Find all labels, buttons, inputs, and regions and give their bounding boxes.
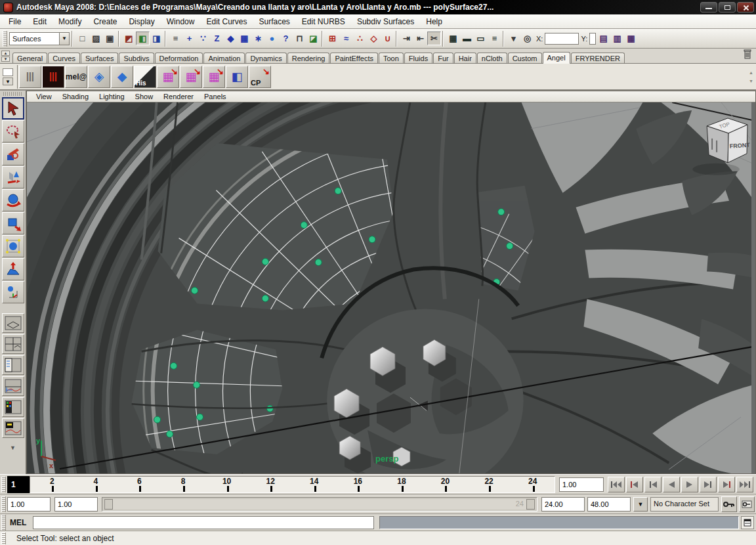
frame-tick[interactable]: 22 xyxy=(467,477,511,492)
mel-script-shelf-icon[interactable]: mel@ xyxy=(65,66,87,88)
panel-menu-item[interactable]: View xyxy=(31,92,57,101)
current-time-input[interactable] xyxy=(559,477,604,492)
shelf-tab[interactable]: Animation xyxy=(203,53,245,63)
shelf-tab[interactable]: Curves xyxy=(48,53,80,63)
save-scene-icon[interactable]: ▣ xyxy=(103,32,117,45)
step-forward-frame-button[interactable] xyxy=(700,477,717,492)
frame-ruler[interactable]: 2 4 6 8 10 12 14 16 18 20 xyxy=(30,476,555,493)
shelf-tab[interactable]: Custom xyxy=(508,53,542,63)
frame-tick[interactable]: 24 xyxy=(511,477,555,492)
select-object-icon[interactable]: ◧ xyxy=(136,32,150,45)
menubar-item[interactable]: Edit NURBS xyxy=(296,15,351,28)
go-to-end-button[interactable] xyxy=(736,477,753,492)
scale-tool-button[interactable] xyxy=(2,212,24,234)
panel-menu-item[interactable]: Shading xyxy=(57,92,94,101)
select-deformations-icon[interactable]: ▦ xyxy=(238,32,251,45)
cp-shelf-icon[interactable]: ↘ CP xyxy=(249,66,271,88)
render-view-icon[interactable]: ▦ xyxy=(446,32,460,45)
select-dynamics-icon[interactable]: ∗ xyxy=(251,32,265,45)
maya-classic-shelf-icon[interactable]: Ⅲ xyxy=(19,66,41,88)
toolbox-grip[interactable] xyxy=(3,92,23,96)
toolbox-more-arrow[interactable]: ▼ xyxy=(10,445,16,451)
current-frame-marker[interactable]: 1 xyxy=(7,476,30,493)
snap-curve-icon[interactable]: ≈ xyxy=(339,32,353,45)
output-connections-icon[interactable]: ⇤ xyxy=(413,32,427,45)
step-forward-key-button[interactable] xyxy=(718,477,735,492)
select-curves-icon[interactable]: Z xyxy=(210,32,224,45)
toolbar-grip[interactable] xyxy=(1,477,6,492)
restore-button[interactable] xyxy=(719,2,736,12)
frame-tick[interactable]: 12 xyxy=(249,477,293,492)
new-scene-icon[interactable]: □ xyxy=(75,32,89,45)
channel-box-toggle-icon[interactable]: ▦ xyxy=(624,32,638,45)
x-coordinate-input[interactable] xyxy=(545,33,579,45)
lasso-select-tool-button[interactable] xyxy=(2,120,24,142)
layout-outliner-persp-button[interactable] xyxy=(2,355,24,375)
separator[interactable] xyxy=(70,31,75,47)
render-settings-icon[interactable]: ≡ xyxy=(488,32,501,45)
trash-icon[interactable] xyxy=(743,49,752,61)
universal-manipulator-tool-button[interactable] xyxy=(2,235,24,257)
menubar-item[interactable]: Edit Curves xyxy=(200,15,253,28)
layout-persp-graph-button[interactable] xyxy=(2,376,24,396)
shelf-menu-control[interactable]: ▼ xyxy=(1,68,14,85)
panel-menu-item[interactable]: Lighting xyxy=(94,92,130,101)
layout-four-view-button[interactable] xyxy=(2,334,24,354)
shelf-tab[interactable]: Dynamics xyxy=(245,53,286,63)
make-live-icon[interactable]: ∪ xyxy=(381,32,394,45)
shelf-tab[interactable]: Angel xyxy=(543,52,570,64)
layout-single-pane-button[interactable] xyxy=(2,313,24,333)
select-surfaces-icon[interactable]: ◆ xyxy=(224,32,238,45)
shelf-tab[interactable]: Toon xyxy=(379,53,404,63)
mel-command-input[interactable] xyxy=(33,516,374,529)
separator[interactable] xyxy=(163,31,169,47)
select-hierarchy-icon[interactable]: ◩ xyxy=(122,32,136,45)
menubar-item[interactable]: Modify xyxy=(52,15,87,28)
render-current-frame-icon[interactable]: ▬ xyxy=(460,32,474,45)
play-forward-button[interactable] xyxy=(681,477,698,492)
move-tool-button[interactable] xyxy=(2,166,24,188)
shelf-tab[interactable]: Hair xyxy=(454,53,476,63)
menubar-item[interactable]: Display xyxy=(123,15,160,28)
step-back-key-button[interactable] xyxy=(626,477,643,492)
character-set-selector[interactable]: No Character Set xyxy=(650,497,719,512)
set-key-button[interactable] xyxy=(721,496,737,512)
shelf-tab[interactable]: Surfaces xyxy=(81,53,118,63)
toolbar-grip[interactable] xyxy=(1,496,6,512)
shelf-tab[interactable]: Fluids xyxy=(404,53,432,63)
playback-end-input[interactable] xyxy=(541,497,585,512)
snap-point-icon[interactable]: ∴ xyxy=(353,32,367,45)
tool-settings-toggle-icon[interactable]: ▥ xyxy=(610,32,624,45)
frame-tick[interactable]: 8 xyxy=(161,477,205,492)
shelf-tab[interactable]: Rendering xyxy=(287,53,330,63)
frame-tick[interactable]: 10 xyxy=(205,477,249,492)
auto-keyframe-toggle[interactable] xyxy=(739,496,755,512)
panel-menu-item[interactable]: Renderer xyxy=(158,92,199,101)
soft-modification-tool-button[interactable] xyxy=(2,258,24,280)
menu-set-selector[interactable]: Surfaces ▼ xyxy=(9,32,70,45)
cube-component-shelf-icon[interactable]: ▦ ↘ xyxy=(157,66,179,88)
play-backwards-button[interactable] xyxy=(663,477,680,492)
animation-start-input[interactable] xyxy=(7,497,51,512)
construction-history-icon[interactable]: ✂ xyxy=(427,32,441,45)
separator[interactable] xyxy=(320,31,326,47)
rotate-tool-button[interactable] xyxy=(2,189,24,211)
menubar-item[interactable]: Surfaces xyxy=(253,15,295,28)
panel-menu-item[interactable]: Show xyxy=(130,92,159,101)
shelf-tab[interactable]: FRYRENDER xyxy=(571,53,625,63)
script-editor-button[interactable] xyxy=(741,516,754,529)
select-misc-icon[interactable]: ? xyxy=(279,32,293,45)
step-back-frame-button[interactable] xyxy=(644,477,662,492)
highlight-selection-icon[interactable]: ◪ xyxy=(306,32,320,45)
separator[interactable] xyxy=(441,31,446,47)
minimize-button[interactable] xyxy=(700,2,717,12)
layout-hypershade-persp-button[interactable] xyxy=(2,397,24,417)
frame-tick[interactable]: 14 xyxy=(292,477,336,492)
snap-grid-icon[interactable]: ⊞ xyxy=(326,32,339,45)
close-button[interactable] xyxy=(737,2,754,12)
quick-select-icon[interactable]: ◎ xyxy=(520,32,534,45)
shelf-tab-scroll[interactable]: ▲▼ xyxy=(1,51,10,62)
shelf-tab[interactable]: nCloth xyxy=(477,53,507,63)
open-scene-icon[interactable]: ▨ xyxy=(89,32,103,45)
frame-tick[interactable]: 2 xyxy=(30,477,74,492)
